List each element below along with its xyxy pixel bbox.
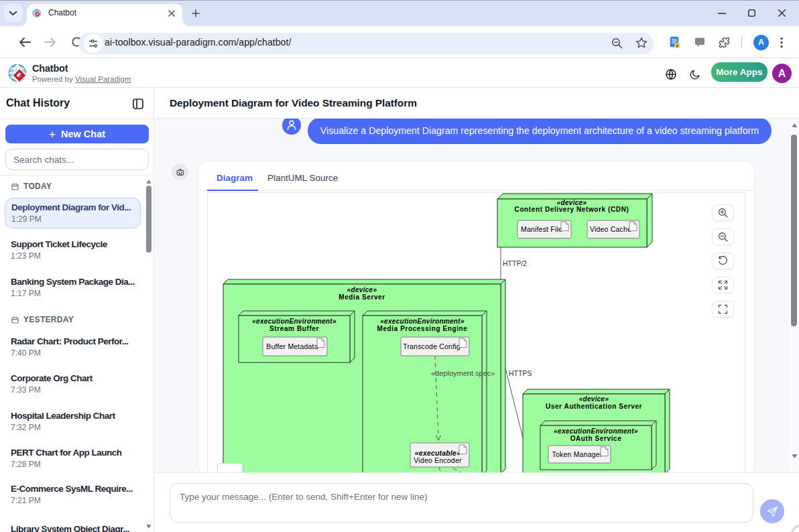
svg-text:Stream Buffer: Stream Buffer (269, 325, 319, 332)
svg-text:Video Cache: Video Cache (590, 225, 631, 233)
svg-text:Token Manager: Token Manager (552, 450, 603, 458)
svg-text:«executionEnvironment»: «executionEnvironment» (554, 427, 638, 435)
svg-text:Content Delivery Network (CDN): Content Delivery Network (CDN) (515, 206, 629, 213)
svg-text:«executionEnvironment»: «executionEnvironment» (252, 318, 336, 325)
svg-text:«device»: «device» (579, 395, 609, 403)
svg-text:Transcode Config: Transcode Config (403, 342, 460, 350)
svg-text:HTTPS: HTTPS (509, 369, 532, 377)
svg-text:Manifest File: Manifest File (521, 225, 562, 233)
svg-text:Media Processing Engine: Media Processing Engine (377, 325, 468, 332)
svg-text:«executionEnvironment»: «executionEnvironment» (380, 318, 465, 325)
svg-text:User Authentication Server: User Authentication Server (546, 403, 642, 410)
svg-text:Video Encoder: Video Encoder (414, 456, 462, 464)
svg-text:OAuth Service: OAuth Service (570, 435, 622, 442)
svg-text:«deployment spec»: «deployment spec» (431, 369, 495, 377)
svg-text:HTTP/2: HTTP/2 (503, 259, 527, 267)
svg-text:Media Server: Media Server (339, 293, 385, 301)
svg-text:Buffer Metadata: Buffer Metadata (266, 342, 318, 350)
svg-text:«device»: «device» (347, 286, 377, 293)
